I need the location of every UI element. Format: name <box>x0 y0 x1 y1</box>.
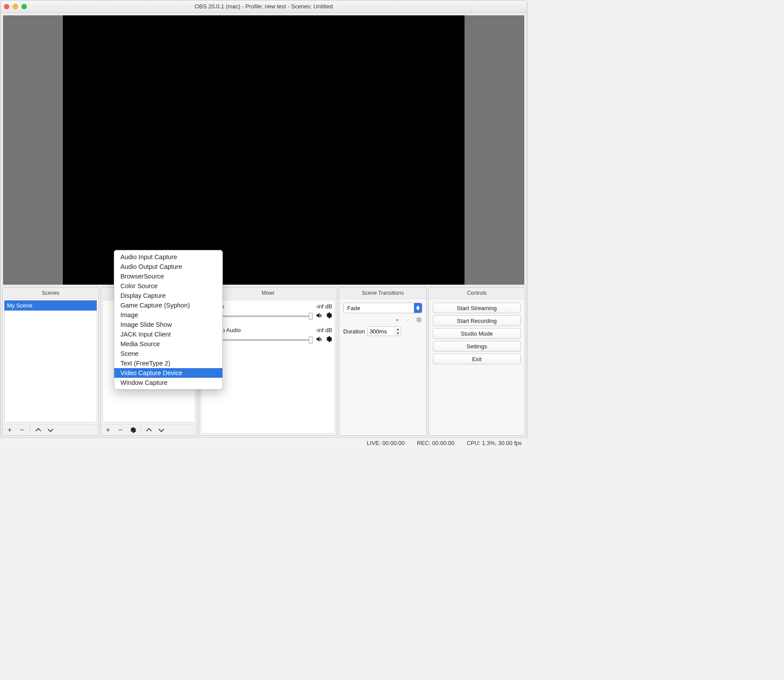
chevron-up-icon <box>146 427 152 433</box>
add-source-menu-item[interactable]: Window Capture <box>114 378 222 387</box>
add-source-menu-item[interactable]: Text (FreeType 2) <box>114 358 222 368</box>
move-source-down-button[interactable] <box>155 425 167 435</box>
panels-row: Scenes My Scene + − Sources + <box>0 287 527 438</box>
mixer-channel-level: -inf dB <box>316 303 332 310</box>
transitions-header: Scene Transitions <box>339 288 426 299</box>
stepper-up-button[interactable] <box>395 327 401 331</box>
add-source-menu-item[interactable]: Display Capture <box>114 291 222 300</box>
duration-input[interactable] <box>368 328 394 335</box>
status-bar: LIVE: 00:00:00 REC: 00:00:00 CPU: 1.3%, … <box>0 438 527 448</box>
gear-icon <box>325 312 332 319</box>
scenes-header: Scenes <box>3 288 98 299</box>
transition-select[interactable]: Fade <box>343 303 422 313</box>
speaker-icon <box>316 335 323 343</box>
add-source-menu-item[interactable]: BrowserSource <box>114 271 222 281</box>
transition-settings-button[interactable] <box>414 316 422 324</box>
controls-panel: Controls Start Streaming Start Recording… <box>428 287 525 436</box>
status-cpu: CPU: 1.3%, 30.00 fps <box>467 440 522 446</box>
add-source-menu-item[interactable]: Video Capture Device <box>114 368 222 378</box>
speaker-icon <box>316 311 323 319</box>
start-recording-button[interactable]: Start Recording <box>433 315 521 326</box>
close-icon[interactable] <box>4 4 9 9</box>
preview-area <box>3 15 524 285</box>
gear-icon <box>325 336 332 343</box>
obs-main-window: OBS 20.0.1 (mac) - Profile: new test - S… <box>0 0 527 438</box>
add-source-menu-item[interactable]: Audio Input Capture <box>114 252 222 262</box>
source-properties-button[interactable] <box>127 425 139 435</box>
select-arrows-icon <box>414 303 422 313</box>
move-scene-down-button[interactable] <box>44 425 57 435</box>
chevron-down-icon <box>396 333 399 335</box>
plus-icon: + <box>106 426 110 434</box>
window-controls <box>4 4 27 9</box>
status-rec: REC: 00:00:00 <box>417 440 454 446</box>
exit-button[interactable]: Exit <box>433 354 521 364</box>
add-source-menu-item[interactable]: Image Slide Show <box>114 320 222 329</box>
add-transition-button[interactable]: + <box>393 316 401 324</box>
gear-icon <box>415 316 422 323</box>
scenes-toolbar: + − <box>3 424 98 435</box>
settings-button[interactable]: Settings <box>433 341 521 351</box>
add-source-menu-item[interactable]: Color Source <box>114 281 222 291</box>
add-source-button[interactable]: + <box>102 425 114 435</box>
separator <box>141 426 141 434</box>
duration-stepper[interactable] <box>367 326 401 336</box>
status-live: LIVE: 00:00:00 <box>367 440 405 446</box>
add-source-menu-item[interactable]: Image <box>114 310 222 320</box>
preview-canvas[interactable] <box>63 15 464 285</box>
window-title: OBS 20.0.1 (mac) - Profile: new test - S… <box>27 3 501 10</box>
minimize-icon[interactable] <box>13 4 18 9</box>
add-source-menu-item[interactable]: Game Capture (Syphon) <box>114 300 222 310</box>
chevron-down-icon <box>47 427 54 433</box>
remove-transition-button[interactable]: − <box>404 316 412 324</box>
transition-select-value: Fade <box>344 305 414 311</box>
controls-header: Controls <box>429 288 525 299</box>
mute-button[interactable] <box>316 311 323 321</box>
studio-mode-button[interactable]: Studio Mode <box>433 328 521 339</box>
mixer-channel: Mic/Aux -inf dB <box>204 303 332 321</box>
minus-icon: − <box>20 426 24 434</box>
plus-icon: + <box>396 317 399 323</box>
add-scene-button[interactable]: + <box>4 425 16 435</box>
minus-icon: − <box>406 317 410 323</box>
mixer-channel: Desktop Audio -inf dB <box>204 327 332 344</box>
duration-label: Duration <box>343 328 365 335</box>
chevron-down-icon <box>158 427 164 433</box>
channel-settings-button[interactable] <box>325 336 332 344</box>
move-source-up-button[interactable] <box>143 425 155 435</box>
titlebar[interactable]: OBS 20.0.1 (mac) - Profile: new test - S… <box>0 0 527 13</box>
minus-icon: − <box>118 426 122 434</box>
scenes-panel: Scenes My Scene + − <box>2 287 99 436</box>
add-source-menu-item[interactable]: Scene <box>114 349 222 358</box>
remove-scene-button[interactable]: − <box>16 425 28 435</box>
start-streaming-button[interactable]: Start Streaming <box>433 303 521 313</box>
remove-source-button[interactable]: − <box>114 425 127 435</box>
move-scene-up-button[interactable] <box>32 425 44 435</box>
transitions-body: Fade + − Duration <box>341 300 425 434</box>
separator <box>30 426 30 434</box>
add-source-menu[interactable]: Audio Input CaptureAudio Output CaptureB… <box>114 250 223 390</box>
scene-item[interactable]: My Scene <box>4 300 97 311</box>
add-source-menu-item[interactable]: Audio Output Capture <box>114 262 222 271</box>
chevron-up-icon <box>35 427 41 433</box>
transitions-panel: Scene Transitions Fade + − <box>339 287 427 436</box>
plus-icon: + <box>7 426 11 434</box>
sources-toolbar: + − <box>101 424 197 435</box>
scenes-list[interactable]: My Scene <box>4 300 97 423</box>
gear-icon <box>129 427 136 434</box>
channel-settings-button[interactable] <box>325 312 332 320</box>
add-source-menu-item[interactable]: Media Source <box>114 339 222 349</box>
chevron-up-icon <box>396 328 399 330</box>
add-source-menu-item[interactable]: JACK Input Client <box>114 329 222 339</box>
stepper-down-button[interactable] <box>395 331 401 336</box>
mute-button[interactable] <box>316 335 323 344</box>
zoom-icon[interactable] <box>22 4 27 9</box>
controls-body: Start Streaming Start Recording Studio M… <box>430 300 523 434</box>
mixer-channel-level: -inf dB <box>316 327 332 333</box>
